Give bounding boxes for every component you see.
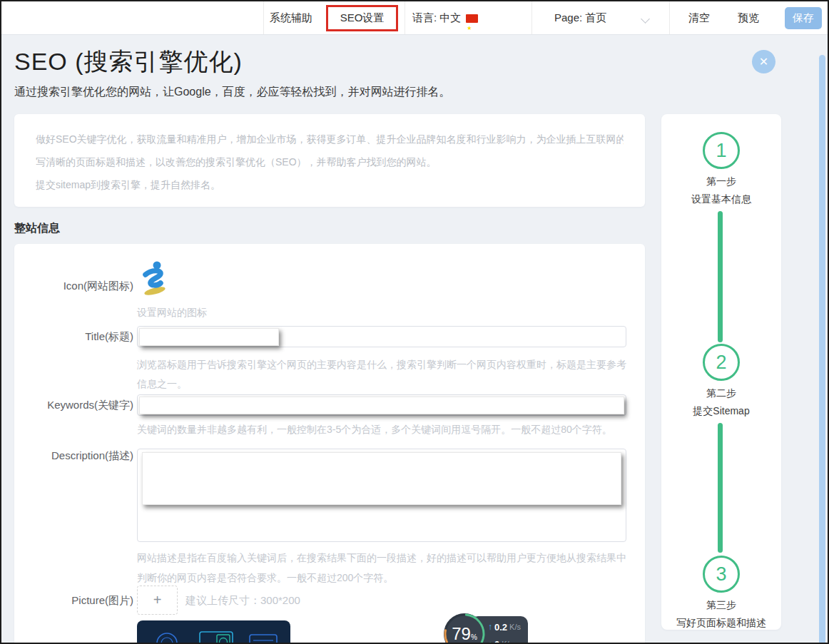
description-textarea[interactable] xyxy=(138,449,626,541)
menu-system-help[interactable]: 系统辅助 xyxy=(270,1,312,34)
page-subtitle: 通过搜索引擎优化您的网站，让Google，百度，必应等轻松找到，并对网站进行排名… xyxy=(14,85,451,100)
upload-speed-value: 0.2 xyxy=(494,622,507,633)
step-connector-line xyxy=(718,423,723,553)
title-field-hint: 浏览器标题用于告诉搜索引擎这个网页的主要内容是什么，搜索引擎判断一个网页内容权重… xyxy=(137,355,626,394)
preview-button[interactable]: 预览 xyxy=(738,1,759,34)
download-arrow-icon: ↓ xyxy=(488,639,492,644)
picture-upload-button[interactable]: + xyxy=(137,586,178,615)
step-2-number: 2 xyxy=(716,352,726,374)
step-2-title: 第二步 xyxy=(661,387,781,400)
title-input[interactable] xyxy=(138,327,626,347)
menu-seo-settings[interactable]: SEO设置 xyxy=(326,5,398,31)
description-textarea-wrap xyxy=(137,449,626,542)
plus-icon: + xyxy=(153,592,162,608)
description-field-hint: 网站描述是指在百度输入关键词后，在搜索结果下面的一段描述，好的描述可以帮助用户更… xyxy=(137,548,626,588)
close-icon[interactable]: ✕ xyxy=(752,50,775,73)
keywords-input-wrap xyxy=(137,394,626,416)
step-3-title: 第三步 xyxy=(661,599,781,612)
upload-speed-row: ↑ 0.2 K/s xyxy=(488,620,524,634)
title-field-label: Title(标题) xyxy=(19,330,133,344)
section-title-site-info: 整站信息 xyxy=(14,221,60,236)
top-toolbar: 系统辅助 SEO设置 语言: 中文★ Page: 首页 清空 预览 保存 xyxy=(1,1,828,35)
intro-line: 提交sitemap到搜索引擎，提升自然排名。 xyxy=(36,173,624,196)
gauge-percent: 79% xyxy=(442,612,487,644)
keywords-field-hint: 关键词的数量并非越多越有利，一般控制在3-5个为合适，多个关键词间用逗号隔开。一… xyxy=(137,424,636,436)
step-3-number-badge: 3 xyxy=(703,556,740,593)
toolbar-divider xyxy=(405,1,405,34)
seo-settings-screen: 系统辅助 SEO设置 语言: 中文★ Page: 首页 清空 预览 保存 SEO… xyxy=(0,0,829,644)
vertical-scrollbar[interactable] xyxy=(819,55,825,644)
china-flag-icon: ★ xyxy=(466,14,478,23)
intro-card: 做好SEO关键字优化，获取流量和精准用户，增加企业市场，获得更多订单、提升企业品… xyxy=(14,114,645,207)
step-1-number-badge: 1 xyxy=(703,132,740,169)
menu-language[interactable]: 语言: 中文★ xyxy=(412,1,478,34)
preview-graphics xyxy=(137,620,290,644)
page-select[interactable]: Page: 首页 xyxy=(554,1,606,34)
icon-field-label: Icon(网站图标) xyxy=(19,280,133,293)
step-2: 2 第二步 提交Sitemap xyxy=(661,344,781,418)
picture-field-hint: 建议上传尺寸：300*200 xyxy=(185,594,300,608)
steps-sidebar: 1 第一步 设置基本信息 2 第二步 提交Sitemap 3 第三步 写好页面标… xyxy=(661,114,781,630)
menu-seo-settings-label: SEO设置 xyxy=(340,11,385,25)
step-1: 1 第一步 设置基本信息 xyxy=(661,132,781,206)
gauge-percent-unit: % xyxy=(471,633,477,641)
site-info-form-card: Icon(网站图标) 设置网站的图标 Title(标题) 浏览器标题用于告诉搜索… xyxy=(14,244,645,644)
chevron-down-icon xyxy=(641,14,650,24)
save-button[interactable]: 保存 xyxy=(785,7,822,29)
intro-line: 做好SEO关键字优化，获取流量和精准用户，增加企业市场，获得更多订单、提升企业品… xyxy=(36,128,624,150)
step-3-desc: 写好页面标题和描述 xyxy=(661,617,781,630)
step-1-number: 1 xyxy=(716,140,726,162)
download-speed-value: 0 xyxy=(494,639,499,644)
step-3-number: 3 xyxy=(716,563,726,586)
gauge-percent-value: 79 xyxy=(452,624,471,644)
step-3: 3 第三步 写好页面标题和描述 xyxy=(661,556,781,630)
toolbar-divider xyxy=(263,1,264,34)
picture-preview-image[interactable] xyxy=(137,620,290,644)
upload-arrow-icon: ↑ xyxy=(488,622,492,632)
site-favicon-image xyxy=(140,260,168,297)
keywords-field-label: Keywords(关键字) xyxy=(19,399,133,412)
language-label: 语言: 中文 xyxy=(412,11,461,24)
toolbar-divider xyxy=(669,1,670,34)
picture-field-label: Picture(图片) xyxy=(19,594,133,608)
step-1-title: 第一步 xyxy=(661,175,781,188)
title-input-wrap xyxy=(137,326,626,347)
description-field-label: Description(描述) xyxy=(19,449,133,463)
speed-gauge: 79% xyxy=(442,612,487,644)
toolbar-divider xyxy=(532,1,532,34)
step-2-desc: 提交Sitemap xyxy=(661,405,781,418)
download-speed-unit: K/s xyxy=(502,640,513,644)
keywords-input[interactable] xyxy=(138,395,626,415)
intro-line: 写清晰的页面标题和描述，以改善您的搜索引擎优化（SEO），并帮助客户找到您的网站… xyxy=(36,150,624,173)
clear-button[interactable]: 清空 xyxy=(688,1,710,34)
page-title: SEO (搜索引擎优化) xyxy=(14,46,243,78)
step-2-number-badge: 2 xyxy=(703,344,740,381)
site-icon-upload[interactable] xyxy=(140,260,168,297)
upload-speed-unit: K/s xyxy=(509,623,521,631)
icon-field-hint: 设置网站的图标 xyxy=(137,307,207,320)
download-speed-row: ↓ 0 K/s xyxy=(488,637,524,644)
step-connector-line xyxy=(718,211,723,342)
step-1-desc: 设置基本信息 xyxy=(661,193,781,206)
